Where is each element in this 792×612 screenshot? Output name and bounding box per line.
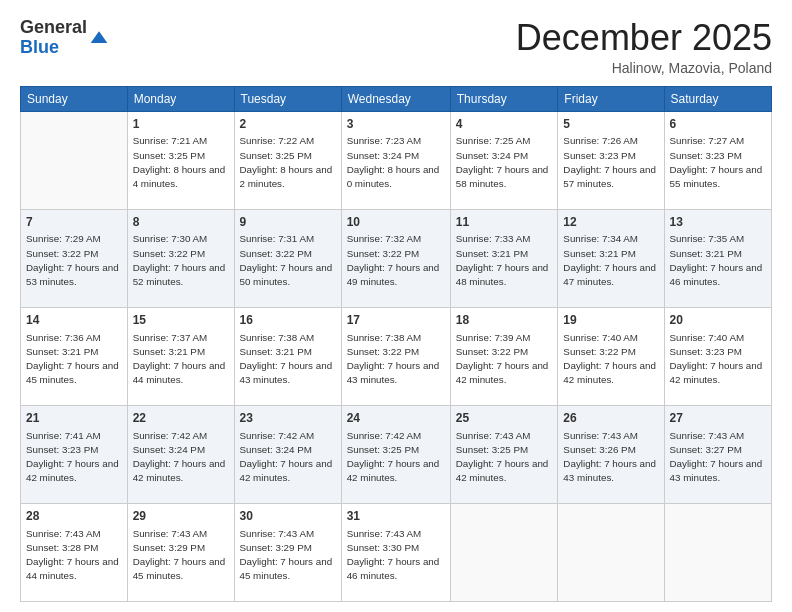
day-info: Sunrise: 7:23 AMSunset: 3:24 PMDaylight:… xyxy=(347,134,445,191)
day-number: 17 xyxy=(347,312,445,329)
day-number: 2 xyxy=(240,116,336,133)
day-info: Sunrise: 7:42 AMSunset: 3:24 PMDaylight:… xyxy=(133,429,229,486)
day-cell: 6Sunrise: 7:27 AMSunset: 3:23 PMDaylight… xyxy=(664,111,771,209)
col-wednesday: Wednesday xyxy=(341,86,450,111)
day-cell: 27Sunrise: 7:43 AMSunset: 3:27 PMDayligh… xyxy=(664,405,771,503)
day-info: Sunrise: 7:38 AMSunset: 3:21 PMDaylight:… xyxy=(240,331,336,388)
calendar-page: General Blue December 2025 Halinow, Mazo… xyxy=(0,0,792,612)
day-number: 11 xyxy=(456,214,553,231)
day-cell: 9Sunrise: 7:31 AMSunset: 3:22 PMDaylight… xyxy=(234,209,341,307)
day-cell: 3Sunrise: 7:23 AMSunset: 3:24 PMDaylight… xyxy=(341,111,450,209)
day-cell: 17Sunrise: 7:38 AMSunset: 3:22 PMDayligh… xyxy=(341,307,450,405)
day-number: 24 xyxy=(347,410,445,427)
day-cell: 25Sunrise: 7:43 AMSunset: 3:25 PMDayligh… xyxy=(450,405,558,503)
day-info: Sunrise: 7:43 AMSunset: 3:28 PMDaylight:… xyxy=(26,527,122,584)
col-monday: Monday xyxy=(127,86,234,111)
day-info: Sunrise: 7:34 AMSunset: 3:21 PMDaylight:… xyxy=(563,232,658,289)
day-info: Sunrise: 7:43 AMSunset: 3:25 PMDaylight:… xyxy=(456,429,553,486)
day-info: Sunrise: 7:35 AMSunset: 3:21 PMDaylight:… xyxy=(670,232,766,289)
week-row-1: 1Sunrise: 7:21 AMSunset: 3:25 PMDaylight… xyxy=(21,111,772,209)
day-cell: 18Sunrise: 7:39 AMSunset: 3:22 PMDayligh… xyxy=(450,307,558,405)
day-info: Sunrise: 7:42 AMSunset: 3:24 PMDaylight:… xyxy=(240,429,336,486)
month-title: December 2025 xyxy=(516,18,772,58)
day-info: Sunrise: 7:26 AMSunset: 3:23 PMDaylight:… xyxy=(563,134,658,191)
day-info: Sunrise: 7:25 AMSunset: 3:24 PMDaylight:… xyxy=(456,134,553,191)
day-number: 21 xyxy=(26,410,122,427)
day-number: 13 xyxy=(670,214,766,231)
day-cell: 13Sunrise: 7:35 AMSunset: 3:21 PMDayligh… xyxy=(664,209,771,307)
day-cell: 12Sunrise: 7:34 AMSunset: 3:21 PMDayligh… xyxy=(558,209,664,307)
col-friday: Friday xyxy=(558,86,664,111)
day-info: Sunrise: 7:27 AMSunset: 3:23 PMDaylight:… xyxy=(670,134,766,191)
day-info: Sunrise: 7:32 AMSunset: 3:22 PMDaylight:… xyxy=(347,232,445,289)
day-number: 7 xyxy=(26,214,122,231)
day-number: 6 xyxy=(670,116,766,133)
col-sunday: Sunday xyxy=(21,86,128,111)
day-number: 16 xyxy=(240,312,336,329)
day-cell: 16Sunrise: 7:38 AMSunset: 3:21 PMDayligh… xyxy=(234,307,341,405)
day-cell: 21Sunrise: 7:41 AMSunset: 3:23 PMDayligh… xyxy=(21,405,128,503)
location-subtitle: Halinow, Mazovia, Poland xyxy=(516,60,772,76)
day-header-row: Sunday Monday Tuesday Wednesday Thursday… xyxy=(21,86,772,111)
day-number: 14 xyxy=(26,312,122,329)
day-info: Sunrise: 7:43 AMSunset: 3:26 PMDaylight:… xyxy=(563,429,658,486)
day-cell xyxy=(450,503,558,601)
day-number: 18 xyxy=(456,312,553,329)
day-cell: 22Sunrise: 7:42 AMSunset: 3:24 PMDayligh… xyxy=(127,405,234,503)
col-tuesday: Tuesday xyxy=(234,86,341,111)
logo-text: General Blue xyxy=(20,18,87,58)
day-number: 20 xyxy=(670,312,766,329)
day-cell: 24Sunrise: 7:42 AMSunset: 3:25 PMDayligh… xyxy=(341,405,450,503)
day-number: 31 xyxy=(347,508,445,525)
day-info: Sunrise: 7:43 AMSunset: 3:29 PMDaylight:… xyxy=(240,527,336,584)
day-number: 19 xyxy=(563,312,658,329)
week-row-5: 28Sunrise: 7:43 AMSunset: 3:28 PMDayligh… xyxy=(21,503,772,601)
day-cell: 26Sunrise: 7:43 AMSunset: 3:26 PMDayligh… xyxy=(558,405,664,503)
day-info: Sunrise: 7:40 AMSunset: 3:23 PMDaylight:… xyxy=(670,331,766,388)
page-header: General Blue December 2025 Halinow, Mazo… xyxy=(20,18,772,76)
logo-blue: Blue xyxy=(20,37,59,57)
day-number: 5 xyxy=(563,116,658,133)
day-number: 10 xyxy=(347,214,445,231)
day-number: 9 xyxy=(240,214,336,231)
day-info: Sunrise: 7:43 AMSunset: 3:27 PMDaylight:… xyxy=(670,429,766,486)
day-number: 1 xyxy=(133,116,229,133)
day-number: 30 xyxy=(240,508,336,525)
day-info: Sunrise: 7:30 AMSunset: 3:22 PMDaylight:… xyxy=(133,232,229,289)
day-number: 4 xyxy=(456,116,553,133)
day-number: 12 xyxy=(563,214,658,231)
day-number: 3 xyxy=(347,116,445,133)
day-number: 28 xyxy=(26,508,122,525)
day-cell: 11Sunrise: 7:33 AMSunset: 3:21 PMDayligh… xyxy=(450,209,558,307)
title-block: December 2025 Halinow, Mazovia, Poland xyxy=(516,18,772,76)
day-number: 29 xyxy=(133,508,229,525)
day-cell: 2Sunrise: 7:22 AMSunset: 3:25 PMDaylight… xyxy=(234,111,341,209)
day-cell: 31Sunrise: 7:43 AMSunset: 3:30 PMDayligh… xyxy=(341,503,450,601)
day-number: 23 xyxy=(240,410,336,427)
day-cell: 15Sunrise: 7:37 AMSunset: 3:21 PMDayligh… xyxy=(127,307,234,405)
day-cell xyxy=(664,503,771,601)
day-info: Sunrise: 7:43 AMSunset: 3:29 PMDaylight:… xyxy=(133,527,229,584)
day-info: Sunrise: 7:31 AMSunset: 3:22 PMDaylight:… xyxy=(240,232,336,289)
week-row-4: 21Sunrise: 7:41 AMSunset: 3:23 PMDayligh… xyxy=(21,405,772,503)
day-cell: 7Sunrise: 7:29 AMSunset: 3:22 PMDaylight… xyxy=(21,209,128,307)
col-saturday: Saturday xyxy=(664,86,771,111)
logo-general: General xyxy=(20,17,87,37)
day-info: Sunrise: 7:22 AMSunset: 3:25 PMDaylight:… xyxy=(240,134,336,191)
logo-icon xyxy=(89,28,109,48)
day-cell: 29Sunrise: 7:43 AMSunset: 3:29 PMDayligh… xyxy=(127,503,234,601)
day-cell: 8Sunrise: 7:30 AMSunset: 3:22 PMDaylight… xyxy=(127,209,234,307)
day-number: 22 xyxy=(133,410,229,427)
col-thursday: Thursday xyxy=(450,86,558,111)
day-cell xyxy=(558,503,664,601)
day-cell: 19Sunrise: 7:40 AMSunset: 3:22 PMDayligh… xyxy=(558,307,664,405)
day-number: 8 xyxy=(133,214,229,231)
day-cell xyxy=(21,111,128,209)
day-info: Sunrise: 7:36 AMSunset: 3:21 PMDaylight:… xyxy=(26,331,122,388)
week-row-2: 7Sunrise: 7:29 AMSunset: 3:22 PMDaylight… xyxy=(21,209,772,307)
day-cell: 20Sunrise: 7:40 AMSunset: 3:23 PMDayligh… xyxy=(664,307,771,405)
day-info: Sunrise: 7:39 AMSunset: 3:22 PMDaylight:… xyxy=(456,331,553,388)
day-info: Sunrise: 7:21 AMSunset: 3:25 PMDaylight:… xyxy=(133,134,229,191)
day-info: Sunrise: 7:43 AMSunset: 3:30 PMDaylight:… xyxy=(347,527,445,584)
day-info: Sunrise: 7:41 AMSunset: 3:23 PMDaylight:… xyxy=(26,429,122,486)
